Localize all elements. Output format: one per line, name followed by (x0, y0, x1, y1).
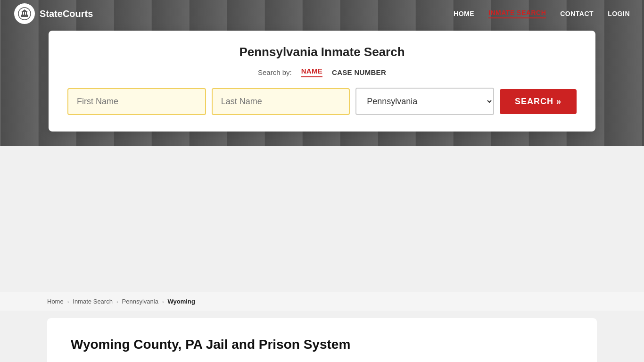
svg-rect-2 (21, 15, 28, 16)
header: COURTHOUSE StateCourts HOME INMATE SEARC… (0, 0, 644, 146)
card-title: Pennsylvania Inmate Search (67, 45, 577, 59)
last-name-input[interactable] (212, 88, 350, 115)
first-name-input[interactable] (67, 88, 206, 115)
breadcrumb-inmate-search[interactable]: Inmate Search (73, 298, 113, 305)
svg-marker-6 (21, 9, 28, 12)
search-card: Pennsylvania Inmate Search Search by: NA… (49, 31, 595, 132)
search-by-label: Search by: (258, 68, 292, 76)
tab-case-number[interactable]: CASE NUMBER (332, 68, 386, 76)
logo-text: StateCourts (40, 8, 93, 19)
logo-icon (14, 3, 35, 24)
breadcrumb-sep-3: › (162, 299, 164, 304)
state-select[interactable]: Pennsylvania Alabama Alaska Arizona Arka… (355, 88, 494, 115)
svg-rect-4 (24, 12, 25, 15)
tab-name[interactable]: NAME (301, 67, 322, 77)
breadcrumb-sep-2: › (116, 299, 118, 304)
svg-rect-5 (26, 12, 27, 15)
breadcrumb-sep-1: › (67, 299, 69, 304)
nav-home[interactable]: HOME (454, 10, 474, 17)
logo[interactable]: StateCourts (14, 3, 93, 24)
navigation: StateCourts HOME INMATE SEARCH CONTACT L… (0, 0, 644, 27)
breadcrumb-current: Wyoming (168, 298, 195, 305)
search-inputs: Pennsylvania Alabama Alaska Arizona Arka… (67, 88, 577, 115)
search-button[interactable]: SEARCH » (500, 89, 577, 114)
breadcrumb-home[interactable]: Home (47, 298, 64, 305)
nav-contact[interactable]: CONTACT (560, 10, 594, 17)
nav-login[interactable]: LOGIN (608, 10, 630, 17)
svg-rect-1 (21, 16, 28, 17)
nav-inmate-search[interactable]: INMATE SEARCH (488, 9, 546, 18)
breadcrumb-pennsylvania[interactable]: Pennsylvania (122, 298, 158, 305)
county-title: Wyoming County, PA Jail and Prison Syste… (71, 337, 573, 352)
svg-rect-3 (22, 12, 23, 15)
nav-links: HOME INMATE SEARCH CONTACT LOGIN (454, 9, 630, 18)
search-by-row: Search by: NAME CASE NUMBER (67, 67, 577, 77)
main-content: Wyoming County, PA Jail and Prison Syste… (47, 318, 597, 362)
courthouse-icon (18, 7, 31, 20)
breadcrumb: Home › Inmate Search › Pennsylvania › Wy… (0, 292, 644, 311)
